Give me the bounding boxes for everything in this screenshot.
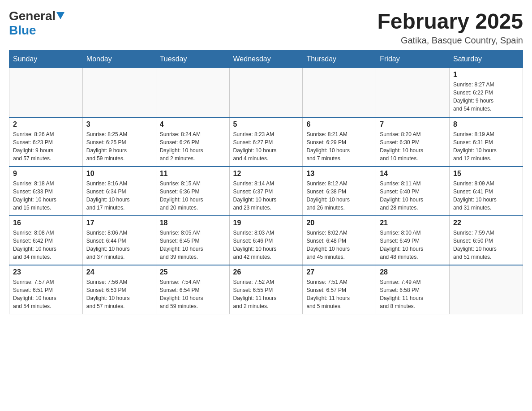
day-info: Sunrise: 8:02 AM Sunset: 6:48 PM Dayligh… [306, 229, 372, 261]
day-number: 24 [86, 268, 152, 276]
calendar-cell [303, 68, 376, 117]
day-number: 21 [380, 219, 446, 227]
day-info: Sunrise: 8:26 AM Sunset: 6:23 PM Dayligh… [13, 130, 79, 163]
calendar-cell: 4Sunrise: 8:24 AM Sunset: 6:26 PM Daylig… [156, 117, 229, 167]
day-info: Sunrise: 8:09 AM Sunset: 6:41 PM Dayligh… [453, 180, 519, 212]
day-info: Sunrise: 8:14 AM Sunset: 6:37 PM Dayligh… [233, 180, 299, 212]
day-number: 19 [233, 219, 299, 227]
calendar-cell [450, 265, 523, 314]
calendar-cell: 8Sunrise: 8:19 AM Sunset: 6:31 PM Daylig… [450, 117, 523, 167]
day-info: Sunrise: 7:49 AM Sunset: 6:58 PM Dayligh… [380, 278, 446, 310]
day-number: 6 [306, 120, 372, 128]
calendar-week-row: 16Sunrise: 8:08 AM Sunset: 6:42 PM Dayli… [9, 216, 523, 265]
month-title: February 2025 [377, 9, 523, 34]
day-number: 11 [160, 170, 226, 178]
calendar-cell: 2Sunrise: 8:26 AM Sunset: 6:23 PM Daylig… [9, 117, 83, 167]
weekday-header-saturday: Saturday [450, 51, 523, 68]
page-header: General Blue February 2025 Gatika, Basqu… [9, 9, 523, 46]
day-number: 2 [13, 120, 79, 128]
day-number: 26 [233, 268, 299, 276]
day-number: 27 [306, 268, 372, 276]
logo-arrow-icon [56, 10, 64, 22]
day-info: Sunrise: 8:06 AM Sunset: 6:44 PM Dayligh… [86, 229, 152, 261]
calendar-week-row: 2Sunrise: 8:26 AM Sunset: 6:23 PM Daylig… [9, 117, 523, 167]
calendar-cell: 22Sunrise: 7:59 AM Sunset: 6:50 PM Dayli… [450, 216, 523, 265]
day-info: Sunrise: 7:51 AM Sunset: 6:57 PM Dayligh… [306, 278, 372, 310]
weekday-header-row: SundayMondayTuesdayWednesdayThursdayFrid… [9, 51, 523, 68]
day-number: 5 [233, 120, 299, 128]
day-info: Sunrise: 8:00 AM Sunset: 6:49 PM Dayligh… [380, 229, 446, 261]
calendar-table: SundayMondayTuesdayWednesdayThursdayFrid… [9, 50, 523, 314]
day-number: 18 [160, 219, 226, 227]
weekday-header-tuesday: Tuesday [156, 51, 229, 68]
day-number: 12 [233, 170, 299, 178]
calendar-cell: 15Sunrise: 8:09 AM Sunset: 6:41 PM Dayli… [450, 167, 523, 216]
logo-general-text: General [9, 9, 56, 23]
calendar-cell: 21Sunrise: 8:00 AM Sunset: 6:49 PM Dayli… [376, 216, 450, 265]
calendar-cell: 12Sunrise: 8:14 AM Sunset: 6:37 PM Dayli… [229, 167, 303, 216]
calendar-cell: 25Sunrise: 7:54 AM Sunset: 6:54 PM Dayli… [156, 265, 229, 314]
day-info: Sunrise: 7:56 AM Sunset: 6:53 PM Dayligh… [86, 278, 152, 310]
location-text: Gatika, Basque Country, Spain [377, 35, 523, 46]
day-number: 7 [380, 120, 446, 128]
day-info: Sunrise: 8:05 AM Sunset: 6:45 PM Dayligh… [160, 229, 226, 261]
day-number: 1 [453, 71, 519, 79]
day-number: 16 [13, 219, 79, 227]
day-info: Sunrise: 8:18 AM Sunset: 6:33 PM Dayligh… [13, 180, 79, 212]
day-info: Sunrise: 8:08 AM Sunset: 6:42 PM Dayligh… [13, 229, 79, 261]
day-info: Sunrise: 8:20 AM Sunset: 6:30 PM Dayligh… [380, 130, 446, 163]
calendar-cell [82, 68, 156, 117]
day-info: Sunrise: 8:11 AM Sunset: 6:40 PM Dayligh… [380, 180, 446, 212]
day-number: 23 [13, 268, 79, 276]
svg-marker-0 [56, 12, 64, 19]
calendar-week-row: 1Sunrise: 8:27 AM Sunset: 6:22 PM Daylig… [9, 68, 523, 117]
calendar-cell: 20Sunrise: 8:02 AM Sunset: 6:48 PM Dayli… [303, 216, 376, 265]
weekday-header-thursday: Thursday [303, 51, 376, 68]
day-info: Sunrise: 8:23 AM Sunset: 6:27 PM Dayligh… [233, 130, 299, 163]
day-info: Sunrise: 7:54 AM Sunset: 6:54 PM Dayligh… [160, 278, 226, 310]
calendar-week-row: 23Sunrise: 7:57 AM Sunset: 6:51 PM Dayli… [9, 265, 523, 314]
weekday-header-sunday: Sunday [9, 51, 83, 68]
day-number: 14 [380, 170, 446, 178]
weekday-header-monday: Monday [82, 51, 156, 68]
day-info: Sunrise: 8:15 AM Sunset: 6:36 PM Dayligh… [160, 180, 226, 212]
day-info: Sunrise: 7:52 AM Sunset: 6:55 PM Dayligh… [233, 278, 299, 310]
day-number: 4 [160, 120, 226, 128]
calendar-cell: 9Sunrise: 8:18 AM Sunset: 6:33 PM Daylig… [9, 167, 83, 216]
calendar-cell: 13Sunrise: 8:12 AM Sunset: 6:38 PM Dayli… [303, 167, 376, 216]
calendar-cell: 6Sunrise: 8:21 AM Sunset: 6:29 PM Daylig… [303, 117, 376, 167]
calendar-cell: 27Sunrise: 7:51 AM Sunset: 6:57 PM Dayli… [303, 265, 376, 314]
calendar-cell: 7Sunrise: 8:20 AM Sunset: 6:30 PM Daylig… [376, 117, 450, 167]
day-info: Sunrise: 8:27 AM Sunset: 6:22 PM Dayligh… [453, 81, 519, 113]
calendar-cell: 26Sunrise: 7:52 AM Sunset: 6:55 PM Dayli… [229, 265, 303, 314]
day-number: 17 [86, 219, 152, 227]
calendar-cell: 10Sunrise: 8:16 AM Sunset: 6:34 PM Dayli… [82, 167, 156, 216]
day-info: Sunrise: 8:12 AM Sunset: 6:38 PM Dayligh… [306, 180, 372, 212]
calendar-cell: 19Sunrise: 8:03 AM Sunset: 6:46 PM Dayli… [229, 216, 303, 265]
day-number: 9 [13, 170, 79, 178]
day-number: 22 [453, 219, 519, 227]
calendar-cell: 16Sunrise: 8:08 AM Sunset: 6:42 PM Dayli… [9, 216, 83, 265]
day-number: 10 [86, 170, 152, 178]
day-info: Sunrise: 8:25 AM Sunset: 6:25 PM Dayligh… [86, 130, 152, 163]
calendar-cell [156, 68, 229, 117]
day-info: Sunrise: 8:19 AM Sunset: 6:31 PM Dayligh… [453, 130, 519, 163]
calendar-cell: 14Sunrise: 8:11 AM Sunset: 6:40 PM Dayli… [376, 167, 450, 216]
calendar-cell: 18Sunrise: 8:05 AM Sunset: 6:45 PM Dayli… [156, 216, 229, 265]
weekday-header-friday: Friday [376, 51, 450, 68]
day-info: Sunrise: 8:16 AM Sunset: 6:34 PM Dayligh… [86, 180, 152, 212]
calendar-cell: 28Sunrise: 7:49 AM Sunset: 6:58 PM Dayli… [376, 265, 450, 314]
day-number: 28 [380, 268, 446, 276]
calendar-cell: 3Sunrise: 8:25 AM Sunset: 6:25 PM Daylig… [82, 117, 156, 167]
calendar-cell: 1Sunrise: 8:27 AM Sunset: 6:22 PM Daylig… [450, 68, 523, 117]
day-info: Sunrise: 8:21 AM Sunset: 6:29 PM Dayligh… [306, 130, 372, 163]
day-info: Sunrise: 8:24 AM Sunset: 6:26 PM Dayligh… [160, 130, 226, 163]
logo-blue-text: Blue [9, 23, 36, 37]
logo: General Blue [9, 9, 64, 38]
day-info: Sunrise: 7:57 AM Sunset: 6:51 PM Dayligh… [13, 278, 79, 310]
day-number: 20 [306, 219, 372, 227]
day-number: 8 [453, 120, 519, 128]
day-number: 25 [160, 268, 226, 276]
weekday-header-wednesday: Wednesday [229, 51, 303, 68]
day-info: Sunrise: 7:59 AM Sunset: 6:50 PM Dayligh… [453, 229, 519, 261]
